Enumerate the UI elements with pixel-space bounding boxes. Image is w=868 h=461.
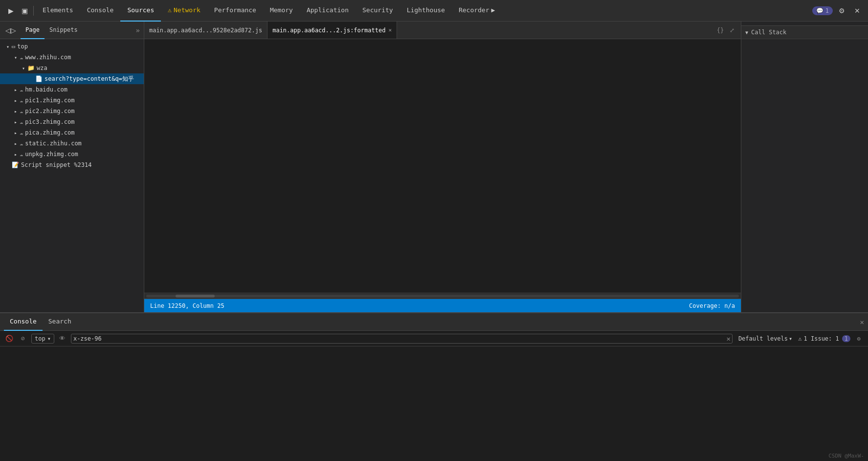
tree-item-pic1.zhimg.com[interactable]: ▸☁pic1.zhimg.com (0, 95, 144, 106)
tree-arrow: ▾ (4, 44, 12, 49)
tab-actions: {} ⤢ (712, 24, 741, 36)
code-area[interactable] (144, 39, 741, 293)
tree-item-static.zhihu.com[interactable]: ▸☁static.zhihu.com (0, 138, 144, 149)
tree-item-pic2.zhimg.com[interactable]: ▸☁pic2.zhimg.com (0, 106, 144, 116)
tree-icon-snippet: 📝 (12, 161, 19, 168)
warning-icon: ⚠ (168, 6, 172, 14)
tab-elements[interactable]: Elements (36, 0, 80, 22)
tab-sources[interactable]: Sources (120, 0, 161, 22)
chat-icon: 💬 (816, 7, 823, 14)
tree-label: pic1.zhimg.com (25, 97, 74, 104)
expand-icon[interactable]: ⤢ (726, 24, 738, 36)
tree-label: pica.zhimg.com (25, 129, 74, 136)
tab-lighthouse[interactable]: Lighthouse (400, 0, 452, 22)
tree-item-unpkg.zhimg.com[interactable]: ▸☁unpkg.zhimg.com (0, 149, 144, 160)
tree-label: top (17, 43, 28, 50)
eye-icon[interactable]: 👁 (57, 333, 68, 344)
bottom-panel: Console Search ✕ 🚫 ⊘ top ▾ 👁 ✕ Default l… (0, 312, 868, 461)
log-level-selector[interactable]: Default levels ▾ (735, 335, 795, 342)
left-panel-tabs: ◁▷ Page Snippets » (0, 22, 144, 39)
console-input-wrapper: ✕ (71, 334, 733, 344)
close-console-btn[interactable]: ✕ (860, 318, 864, 326)
console-tab-console[interactable]: Console (4, 313, 43, 331)
call-stack-header[interactable]: ▼ Call Stack (741, 26, 868, 39)
tree-label: pic2.zhimg.com (25, 108, 74, 115)
console-tabs: Console Search ✕ (0, 313, 868, 331)
tree-item-pica.zhimg.com[interactable]: ▸☁pica.zhimg.com (0, 127, 144, 138)
tab-security[interactable]: Security (356, 0, 400, 22)
filter-icon[interactable]: ⊘ (18, 333, 28, 344)
tree-item-pic3.zhimg.com[interactable]: ▸☁pic3.zhimg.com (0, 116, 144, 127)
chevron-down-icon: ▼ (745, 30, 748, 35)
toggle-sidebar-btn[interactable]: ◁▷ (4, 23, 18, 37)
close-tab-btn[interactable]: ✕ (388, 27, 392, 33)
toolbar-separator (33, 6, 34, 16)
cursor-position: Line 12250, Column 25 (150, 302, 224, 309)
top-toolbar: ▶ ▣ Elements Console Sources ⚠ Network P… (0, 0, 868, 22)
tree-icon-cloud: ☁ (20, 118, 23, 125)
console-toolbar: 🚫 ⊘ top ▾ 👁 ✕ Default levels ▾ ⚠ 1 Issue… (0, 331, 868, 346)
tree-label: Script snippet %2314 (21, 161, 92, 168)
status-bar: Line 12250, Column 25 Coverage: n/a (144, 299, 741, 312)
settings-icon[interactable]: ⚙ (835, 4, 848, 18)
warning-icon: ⚠ (798, 335, 801, 342)
clear-input-btn[interactable]: ✕ (726, 335, 730, 343)
tree-icon-cloud: ☁ (20, 54, 23, 61)
tree-label: static.zhihu.com (25, 140, 82, 147)
tree-arrow: ▸ (12, 141, 20, 146)
tree-label: pic3.zhimg.com (25, 118, 74, 125)
tree-label: wza (37, 65, 47, 71)
tree-item-top[interactable]: ▾▭top (0, 41, 144, 52)
format-icon[interactable]: {} (714, 24, 726, 36)
panel-tab-more[interactable]: » (136, 26, 140, 34)
tree-arrow: ▾ (12, 55, 20, 60)
cursor-icon[interactable]: ▶ (4, 4, 18, 18)
panel-tab-snippets[interactable]: Snippets (45, 22, 83, 39)
editor-tab-1[interactable]: main.app.aa6acd...9528e2ad872.js (144, 22, 267, 39)
console-filter-input[interactable] (71, 334, 733, 344)
issues-badge-icon: 1 (842, 335, 850, 342)
panel-tab-page[interactable]: Page (21, 22, 45, 39)
tree-icon-cloud: ☁ (20, 129, 23, 136)
left-panel: ◁▷ Page Snippets » ▾▭top▾☁www.zhihu.com▾… (0, 22, 144, 312)
toolbar-right: 💬 1 ⚙ ✕ (812, 4, 864, 18)
recorder-icon: ▶ (491, 6, 495, 14)
tree-icon-cloud: ☁ (20, 140, 23, 147)
coverage-status: Coverage: n/a (689, 302, 735, 309)
tree-item-snippet[interactable]: 📝Script snippet %2314 (0, 160, 144, 170)
tab-performance[interactable]: Performance (207, 0, 263, 22)
tab-console[interactable]: Console (80, 0, 121, 22)
clear-console-btn[interactable]: 🚫 (4, 333, 15, 344)
tab-memory[interactable]: Memory (263, 0, 300, 22)
console-tab-search[interactable]: Search (43, 313, 77, 331)
close-icon[interactable]: ✕ (850, 4, 864, 18)
tree-arrow: ▸ (12, 87, 20, 92)
tab-network[interactable]: ⚠ Network (161, 0, 207, 22)
line-numbers (144, 39, 174, 293)
tab-recorder[interactable]: Recorder ▶ (452, 0, 502, 22)
context-selector[interactable]: top ▾ (31, 334, 54, 344)
settings-btn[interactable]: ⚙ (853, 333, 864, 344)
scope-panel (741, 22, 868, 25)
tree-icon-root: ▭ (12, 43, 15, 50)
issues-button[interactable]: ⚠ 1 Issue: 1 1 (798, 335, 850, 342)
tree-label: www.zhihu.com (25, 54, 71, 61)
horizontal-scrollbar[interactable] (144, 293, 741, 299)
code-scroll (144, 39, 741, 293)
scroll-track (146, 295, 739, 298)
tree-item-www.zhihu.com[interactable]: ▾☁www.zhihu.com (0, 52, 144, 63)
scroll-thumb[interactable] (176, 295, 215, 298)
editor-tab-2[interactable]: main.app.aa6acd...2.js:formatted ✕ (267, 22, 397, 39)
editor-tabs: main.app.aa6acd...9528e2ad872.js main.ap… (144, 22, 741, 39)
tree-arrow: ▸ (12, 119, 20, 125)
tree-item-wza[interactable]: ▾📁wza (0, 63, 144, 73)
issues-badge[interactable]: 💬 1 (812, 6, 833, 15)
tree-arrow: ▸ (12, 98, 20, 103)
dock-icon[interactable]: ▣ (18, 4, 31, 18)
middle-panel: main.app.aa6acd...9528e2ad872.js main.ap… (144, 22, 741, 312)
tree-arrow: ▾ (20, 66, 27, 71)
tree-item-hm.baidu.com[interactable]: ▸☁hm.baidu.com (0, 84, 144, 95)
main-area: ◁▷ Page Snippets » ▾▭top▾☁www.zhihu.com▾… (0, 22, 868, 312)
tab-application[interactable]: Application (300, 0, 356, 22)
tree-item-search[interactable]: 📄search?type=content&q=知乎 (0, 73, 144, 84)
